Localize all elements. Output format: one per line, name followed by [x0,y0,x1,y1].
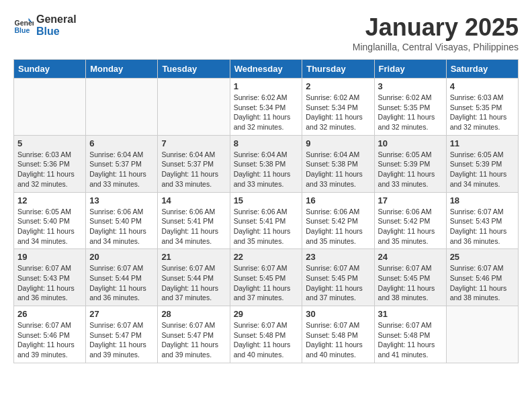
day-info: Sunrise: 6:05 AM Sunset: 5:39 PM Dayligh… [378,150,443,189]
calendar-week-row: 12Sunrise: 6:05 AM Sunset: 5:40 PM Dayli… [14,192,519,249]
calendar-cell [86,79,158,136]
calendar-cell: 11Sunrise: 6:05 AM Sunset: 5:39 PM Dayli… [446,135,518,192]
day-number: 4 [450,81,515,91]
logo-icon: General Blue [13,15,34,36]
calendar-cell: 9Sunrise: 6:04 AM Sunset: 5:38 PM Daylig… [302,135,374,192]
calendar-header-row: SundayMondayTuesdayWednesdayThursdayFrid… [14,60,519,79]
calendar-week-row: 19Sunrise: 6:07 AM Sunset: 5:43 PM Dayli… [14,249,519,306]
day-number: 24 [378,252,443,262]
calendar-cell: 7Sunrise: 6:04 AM Sunset: 5:37 PM Daylig… [158,135,230,192]
calendar-cell: 24Sunrise: 6:07 AM Sunset: 5:45 PM Dayli… [374,249,446,306]
calendar-week-row: 5Sunrise: 6:03 AM Sunset: 5:36 PM Daylig… [14,135,519,192]
day-info: Sunrise: 6:04 AM Sunset: 5:37 PM Dayligh… [89,150,154,189]
calendar-cell: 20Sunrise: 6:07 AM Sunset: 5:44 PM Dayli… [86,249,158,306]
day-number: 3 [378,81,443,91]
calendar-cell: 15Sunrise: 6:06 AM Sunset: 5:41 PM Dayli… [230,192,302,249]
day-number: 5 [17,138,82,148]
calendar-cell: 1Sunrise: 6:02 AM Sunset: 5:34 PM Daylig… [230,79,302,136]
calendar-cell [158,79,230,136]
day-info: Sunrise: 6:07 AM Sunset: 5:44 PM Dayligh… [89,263,154,303]
day-info: Sunrise: 6:06 AM Sunset: 5:42 PM Dayligh… [378,207,443,246]
calendar-cell: 14Sunrise: 6:06 AM Sunset: 5:41 PM Dayli… [158,192,230,249]
calendar-cell: 19Sunrise: 6:07 AM Sunset: 5:43 PM Dayli… [14,249,86,306]
day-number: 11 [450,138,515,148]
day-number: 12 [17,195,82,205]
day-info: Sunrise: 6:04 AM Sunset: 5:38 PM Dayligh… [234,150,299,189]
day-number: 2 [306,81,370,91]
day-info: Sunrise: 6:06 AM Sunset: 5:40 PM Dayligh… [89,207,154,246]
day-info: Sunrise: 6:02 AM Sunset: 5:34 PM Dayligh… [234,93,299,132]
calendar-cell: 30Sunrise: 6:07 AM Sunset: 5:48 PM Dayli… [302,306,374,363]
calendar-cell: 21Sunrise: 6:07 AM Sunset: 5:44 PM Dayli… [158,249,230,306]
day-info: Sunrise: 6:07 AM Sunset: 5:45 PM Dayligh… [306,263,370,303]
calendar-cell: 28Sunrise: 6:07 AM Sunset: 5:47 PM Dayli… [158,306,230,363]
day-number: 28 [161,309,226,319]
day-info: Sunrise: 6:03 AM Sunset: 5:35 PM Dayligh… [450,93,515,132]
title-section: January 2025 Minglanilla, Central Visaya… [353,13,519,52]
day-number: 25 [450,252,515,262]
day-number: 26 [17,309,82,319]
calendar-cell: 16Sunrise: 6:06 AM Sunset: 5:42 PM Dayli… [302,192,374,249]
day-info: Sunrise: 6:02 AM Sunset: 5:35 PM Dayligh… [378,93,443,132]
day-info: Sunrise: 6:04 AM Sunset: 5:37 PM Dayligh… [161,150,226,189]
svg-text:Blue: Blue [15,26,30,34]
column-header-saturday: Saturday [446,60,518,79]
logo-text-general: General [36,13,77,26]
day-info: Sunrise: 6:07 AM Sunset: 5:48 PM Dayligh… [378,320,443,360]
calendar-table: SundayMondayTuesdayWednesdayThursdayFrid… [13,59,519,363]
day-number: 15 [234,195,299,205]
calendar-cell [446,306,518,363]
day-number: 1 [234,81,299,91]
logo-text-blue: Blue [36,26,77,38]
calendar-cell: 26Sunrise: 6:07 AM Sunset: 5:46 PM Dayli… [14,306,86,363]
day-number: 17 [378,195,443,205]
day-info: Sunrise: 6:03 AM Sunset: 5:36 PM Dayligh… [17,150,82,189]
day-number: 27 [89,309,154,319]
day-info: Sunrise: 6:05 AM Sunset: 5:40 PM Dayligh… [17,207,82,246]
calendar-cell: 31Sunrise: 6:07 AM Sunset: 5:48 PM Dayli… [374,306,446,363]
location-subtitle: Minglanilla, Central Visayas, Philippine… [353,42,519,52]
calendar-cell: 29Sunrise: 6:07 AM Sunset: 5:48 PM Dayli… [230,306,302,363]
day-number: 16 [306,195,370,205]
day-info: Sunrise: 6:06 AM Sunset: 5:42 PM Dayligh… [306,207,370,246]
day-number: 23 [306,252,370,262]
day-info: Sunrise: 6:05 AM Sunset: 5:39 PM Dayligh… [450,150,515,189]
calendar-cell: 13Sunrise: 6:06 AM Sunset: 5:40 PM Dayli… [86,192,158,249]
day-number: 9 [306,138,370,148]
day-info: Sunrise: 6:04 AM Sunset: 5:38 PM Dayligh… [306,150,370,189]
day-info: Sunrise: 6:07 AM Sunset: 5:47 PM Dayligh… [89,320,154,360]
calendar-cell: 23Sunrise: 6:07 AM Sunset: 5:45 PM Dayli… [302,249,374,306]
month-title: January 2025 [353,13,519,42]
day-info: Sunrise: 6:07 AM Sunset: 5:45 PM Dayligh… [234,263,299,303]
calendar-cell: 12Sunrise: 6:05 AM Sunset: 5:40 PM Dayli… [14,192,86,249]
page-header: General Blue General Blue January 2025 M… [13,13,519,52]
column-header-thursday: Thursday [302,60,374,79]
calendar-cell: 22Sunrise: 6:07 AM Sunset: 5:45 PM Dayli… [230,249,302,306]
column-header-wednesday: Wednesday [230,60,302,79]
day-info: Sunrise: 6:07 AM Sunset: 5:45 PM Dayligh… [378,263,443,303]
day-number: 14 [161,195,226,205]
day-info: Sunrise: 6:07 AM Sunset: 5:46 PM Dayligh… [17,320,82,360]
day-info: Sunrise: 6:02 AM Sunset: 5:34 PM Dayligh… [306,93,370,132]
calendar-cell: 3Sunrise: 6:02 AM Sunset: 5:35 PM Daylig… [374,79,446,136]
day-number: 8 [234,138,299,148]
calendar-cell: 8Sunrise: 6:04 AM Sunset: 5:38 PM Daylig… [230,135,302,192]
column-header-sunday: Sunday [14,60,86,79]
calendar-cell: 18Sunrise: 6:07 AM Sunset: 5:43 PM Dayli… [446,192,518,249]
calendar-week-row: 1Sunrise: 6:02 AM Sunset: 5:34 PM Daylig… [14,79,519,136]
day-info: Sunrise: 6:07 AM Sunset: 5:43 PM Dayligh… [450,207,515,246]
day-number: 22 [234,252,299,262]
logo: General Blue General Blue [13,13,77,37]
day-number: 13 [89,195,154,205]
day-number: 18 [450,195,515,205]
column-header-tuesday: Tuesday [158,60,230,79]
day-info: Sunrise: 6:07 AM Sunset: 5:47 PM Dayligh… [161,320,226,360]
day-number: 31 [378,309,443,319]
calendar-cell: 5Sunrise: 6:03 AM Sunset: 5:36 PM Daylig… [14,135,86,192]
calendar-cell: 4Sunrise: 6:03 AM Sunset: 5:35 PM Daylig… [446,79,518,136]
calendar-cell: 27Sunrise: 6:07 AM Sunset: 5:47 PM Dayli… [86,306,158,363]
day-info: Sunrise: 6:06 AM Sunset: 5:41 PM Dayligh… [161,207,226,246]
day-number: 7 [161,138,226,148]
day-info: Sunrise: 6:07 AM Sunset: 5:46 PM Dayligh… [450,263,515,303]
calendar-cell: 6Sunrise: 6:04 AM Sunset: 5:37 PM Daylig… [86,135,158,192]
